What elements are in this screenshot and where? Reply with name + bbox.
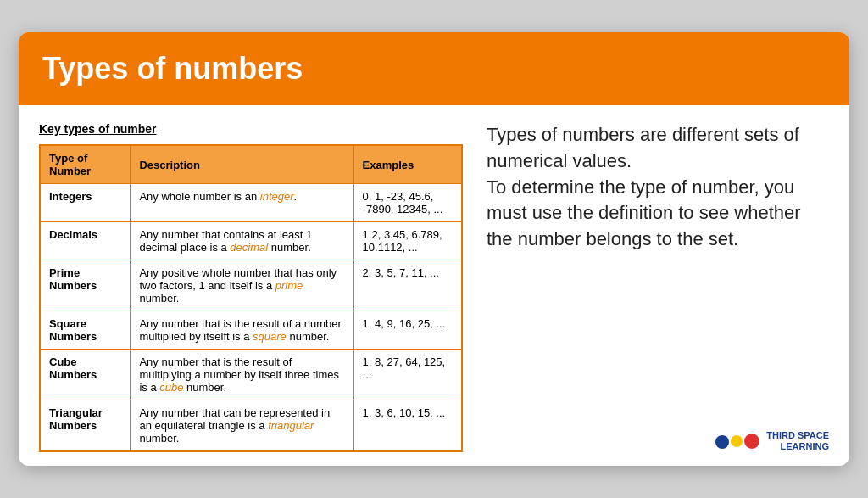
page-title: Types of numbers <box>42 51 826 87</box>
circle-yellow <box>731 435 743 447</box>
content-area: Key types of number Type of Number Descr… <box>19 105 849 466</box>
cell-description: Any number that can be represented in an… <box>131 400 353 452</box>
table-row: IntegersAny whole number is an integer.0… <box>40 184 462 222</box>
cell-examples: 2, 3, 5, 7, 11, ... <box>353 260 462 311</box>
paragraph-1: Types of numbers are different sets of n… <box>487 122 829 175</box>
number-types-table: Type of Number Description Examples Inte… <box>39 144 463 452</box>
cell-type: Decimals <box>40 222 131 260</box>
cell-type: Prime Numbers <box>40 260 131 311</box>
cell-type: Integers <box>40 184 131 222</box>
logo-text: THIRD SPACE LEARNING <box>766 430 829 452</box>
cell-examples: 1, 8, 27, 64, 125, ... <box>353 350 462 400</box>
logo-area: THIRD SPACE LEARNING <box>487 430 829 452</box>
highlight-word: triangular <box>268 419 314 432</box>
cell-description: Any number that contains at least 1 deci… <box>131 222 353 260</box>
table-row: Cube NumbersAny number that is the resul… <box>40 350 462 400</box>
card: Types of numbers Key types of number Typ… <box>19 32 849 466</box>
col-description: Description <box>131 145 353 184</box>
col-examples: Examples <box>353 145 462 184</box>
cell-description: Any number that is the result of multipl… <box>131 350 353 400</box>
table-row: Prime NumbersAny positive whole number t… <box>40 260 462 311</box>
table-row: DecimalsAny number that contains at leas… <box>40 222 462 260</box>
cell-type: Cube Numbers <box>40 350 131 400</box>
cell-description: Any number that is the result of a numbe… <box>131 311 353 350</box>
col-type: Type of Number <box>40 145 131 184</box>
highlight-word: prime <box>275 279 303 292</box>
highlight-word: integer <box>260 190 294 203</box>
highlight-word: square <box>253 330 287 343</box>
section-title: Key types of number <box>39 122 463 136</box>
cell-description: Any whole number is an integer. <box>131 184 353 222</box>
header: Types of numbers <box>19 32 849 105</box>
table-header: Type of Number Description Examples <box>40 145 462 184</box>
cell-type: Triangular Numbers <box>40 400 131 452</box>
table-body: IntegersAny whole number is an integer.0… <box>40 184 462 452</box>
circle-blue <box>715 435 729 449</box>
paragraph-2: To determine the type of number, you mus… <box>487 175 829 253</box>
circle-red <box>744 434 760 449</box>
right-text-block: Types of numbers are different sets of n… <box>487 122 829 253</box>
cell-type: Square Numbers <box>40 311 131 350</box>
cell-examples: 1, 4, 9, 16, 25, ... <box>353 311 462 350</box>
logo-icon <box>715 434 760 449</box>
cell-examples: 1.2, 3.45, 6.789, 10.1112, ... <box>353 222 462 260</box>
highlight-word: cube <box>159 381 183 394</box>
cell-examples: 1, 3, 6, 10, 15, ... <box>353 400 462 452</box>
left-panel: Key types of number Type of Number Descr… <box>39 122 463 452</box>
cell-description: Any positive whole number that has only … <box>131 260 353 311</box>
right-panel: Types of numbers are different sets of n… <box>487 122 829 452</box>
table-row: Square NumbersAny number that is the res… <box>40 311 462 350</box>
cell-examples: 0, 1, -23, 45.6, -7890, 12345, ... <box>353 184 462 222</box>
table-header-row: Type of Number Description Examples <box>40 145 462 184</box>
highlight-word: decimal <box>230 241 268 254</box>
table-row: Triangular NumbersAny number that can be… <box>40 400 462 452</box>
